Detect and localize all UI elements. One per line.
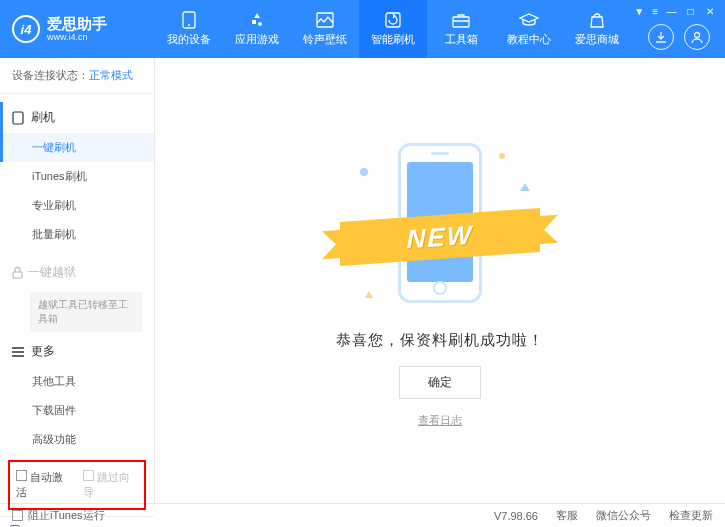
nav-label: 我的设备 xyxy=(167,32,211,47)
nav-tab-ringtone[interactable]: 铃声壁纸 xyxy=(291,0,359,58)
flash-small-icon xyxy=(12,111,24,125)
sidebar-item-oneclick[interactable]: 一键刷机 xyxy=(0,133,154,162)
nav-tab-device[interactable]: 我的设备 xyxy=(155,0,223,58)
download-button[interactable] xyxy=(648,24,674,50)
success-illustration: NEW xyxy=(330,133,550,313)
tutorial-icon xyxy=(519,11,539,29)
logo-text: 爱思助手 www.i4.cn xyxy=(47,16,107,42)
sidebar-header-label: 刷机 xyxy=(31,109,55,126)
status-value: 正常模式 xyxy=(89,69,133,81)
svg-point-5 xyxy=(695,33,700,38)
version-label: V7.98.66 xyxy=(494,510,538,522)
toolbox-icon xyxy=(451,11,471,29)
jailbreak-label: 一键越狱 xyxy=(28,264,76,281)
sidebar-item-firmware[interactable]: 下载固件 xyxy=(0,396,154,425)
user-button[interactable] xyxy=(684,24,710,50)
svg-rect-6 xyxy=(13,112,23,124)
lock-icon xyxy=(12,267,23,279)
app-header: i4 爱思助手 www.i4.cn 我的设备 应用游戏 铃声壁纸 智能刷机 工具… xyxy=(0,0,725,58)
checkbox-skip-setup[interactable]: 跳过向导 xyxy=(83,470,138,500)
nav-tab-tutorial[interactable]: 教程中心 xyxy=(495,0,563,58)
svg-rect-4 xyxy=(453,17,469,27)
nav-tab-flash[interactable]: 智能刷机 xyxy=(359,0,427,58)
logo-icon: i4 xyxy=(12,15,40,43)
new-ribbon: NEW xyxy=(340,208,540,266)
nav-label: 铃声壁纸 xyxy=(303,32,347,47)
body-area: 设备连接状态：正常模式 刷机 一键刷机 iTunes刷机 专业刷机 批量刷机 一… xyxy=(0,58,725,503)
wallpaper-icon xyxy=(315,11,335,29)
svg-point-1 xyxy=(188,24,190,26)
jailbreak-note: 越狱工具已转移至工具箱 xyxy=(30,292,142,332)
flash-icon xyxy=(383,11,403,29)
nav-label: 智能刷机 xyxy=(371,32,415,47)
checkbox-icon xyxy=(12,510,23,521)
maximize-button[interactable]: □ xyxy=(685,6,696,17)
apps-icon xyxy=(247,11,267,29)
footer-block-itunes[interactable]: 阻止iTunes运行 xyxy=(12,508,105,523)
window-controls: ▼ ≡ — □ ✕ xyxy=(634,6,715,17)
nav-label: 教程中心 xyxy=(507,32,551,47)
sidebar-item-itunes[interactable]: iTunes刷机 xyxy=(0,162,154,191)
sidebar-item-pro[interactable]: 专业刷机 xyxy=(0,191,154,220)
header-actions xyxy=(648,24,710,50)
footer-link-wechat[interactable]: 微信公众号 xyxy=(596,508,651,523)
sidebar-item-other[interactable]: 其他工具 xyxy=(0,367,154,396)
svg-rect-3 xyxy=(386,13,400,27)
menu-icon[interactable]: ▼ xyxy=(634,6,644,17)
status-label: 设备连接状态： xyxy=(12,69,89,81)
app-url: www.i4.cn xyxy=(47,32,107,42)
sidebar-section-flash: 刷机 一键刷机 iTunes刷机 专业刷机 批量刷机 xyxy=(0,94,154,257)
nav-tab-store[interactable]: 爱思商城 xyxy=(563,0,631,58)
connection-status: 设备连接状态：正常模式 xyxy=(0,58,154,94)
success-message: 恭喜您，保资料刷机成功啦！ xyxy=(336,331,544,350)
sidebar-header-more[interactable]: 更多 xyxy=(0,336,154,367)
nav-label: 应用游戏 xyxy=(235,32,279,47)
logo-area: i4 爱思助手 www.i4.cn xyxy=(0,15,155,43)
list-icon xyxy=(12,347,24,357)
nav-tab-apps[interactable]: 应用游戏 xyxy=(223,0,291,58)
phone-icon xyxy=(179,11,199,29)
app-title: 爱思助手 xyxy=(47,16,107,32)
sidebar: 设备连接状态：正常模式 刷机 一键刷机 iTunes刷机 专业刷机 批量刷机 一… xyxy=(0,58,155,503)
checkbox-highlighted-row: 自动激活 跳过向导 xyxy=(8,460,146,510)
nav-label: 爱思商城 xyxy=(575,32,619,47)
checkbox-auto-activate[interactable]: 自动激活 xyxy=(16,470,71,500)
sidebar-header-jailbreak: 一键越狱 xyxy=(0,257,154,288)
nav-label: 工具箱 xyxy=(445,32,478,47)
store-icon xyxy=(587,11,607,29)
svg-rect-7 xyxy=(13,272,22,278)
view-log-link[interactable]: 查看日志 xyxy=(418,413,462,428)
footer-link-support[interactable]: 客服 xyxy=(556,508,578,523)
confirm-button[interactable]: 确定 xyxy=(399,366,481,399)
close-button[interactable]: ✕ xyxy=(704,6,715,17)
nav-tab-toolbox[interactable]: 工具箱 xyxy=(427,0,495,58)
sidebar-item-batch[interactable]: 批量刷机 xyxy=(0,220,154,249)
menu-lines-icon[interactable]: ≡ xyxy=(652,6,658,17)
minimize-button[interactable]: — xyxy=(666,6,677,17)
sidebar-item-advanced[interactable]: 高级功能 xyxy=(0,425,154,454)
nav-tabs: 我的设备 应用游戏 铃声壁纸 智能刷机 工具箱 教程中心 爱思商城 xyxy=(155,0,631,58)
footer-link-update[interactable]: 检查更新 xyxy=(669,508,713,523)
main-content: NEW 恭喜您，保资料刷机成功啦！ 确定 查看日志 xyxy=(155,58,725,503)
more-label: 更多 xyxy=(31,343,55,360)
sidebar-header-flash[interactable]: 刷机 xyxy=(0,102,154,133)
